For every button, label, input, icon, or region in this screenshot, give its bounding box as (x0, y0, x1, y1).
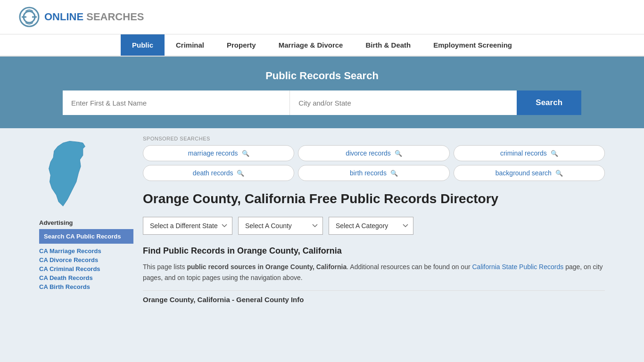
find-records-title: Find Public Records in Orange County, Ca… (143, 246, 605, 256)
search-icon-4: 🔍 (237, 170, 244, 177)
logo-online: ONLINE (44, 11, 83, 23)
search-icon-2: 🔍 (395, 150, 402, 157)
sponsored-divorce-records[interactable]: divorce records 🔍 (298, 145, 449, 161)
main-wrapper: Advertising Search CA Public Records CA … (30, 128, 614, 311)
category-dropdown[interactable]: Select A Category (329, 217, 413, 235)
sponsored-marriage-records[interactable]: marriage records 🔍 (143, 145, 294, 161)
sidebar-link-criminal[interactable]: CA Criminal Records (39, 265, 133, 272)
find-records-text: This page lists public record sources in… (143, 262, 605, 283)
sponsored-death-label: death records (193, 169, 233, 177)
logo-searches: SEARCHES (86, 11, 144, 23)
sponsored-birth-label: birth records (350, 169, 387, 177)
find-text-1: This page lists (143, 263, 187, 271)
logo-icon (19, 7, 40, 27)
search-button[interactable]: Search (517, 90, 581, 115)
sidebar-link-birth[interactable]: CA Birth Records (39, 283, 133, 290)
sponsored-grid: marriage records 🔍 divorce records 🔍 cri… (143, 145, 605, 181)
sidebar-links: CA Marriage Records CA Divorce Records C… (39, 247, 133, 290)
dropdowns-row: Select a Different State Select A County… (143, 217, 605, 235)
hero-section: Public Records Search Search (0, 57, 644, 128)
sidebar-link-death[interactable]: CA Death Records (39, 274, 133, 281)
sponsored-marriage-label: marriage records (188, 149, 238, 157)
logo-text: ONLINE SEARCHES (44, 11, 144, 23)
general-info-title: Orange County, California - General Coun… (143, 296, 605, 304)
find-text-2: . Additional resources can be found on o… (347, 263, 472, 271)
find-text-bold: public record sources in Orange County, … (187, 263, 347, 271)
location-input[interactable] (290, 90, 517, 115)
county-dropdown[interactable]: Select A County (238, 217, 323, 235)
page-title: Orange County, California Free Public Re… (143, 190, 605, 207)
nav-marriage-divorce[interactable]: Marriage & Divorce (267, 34, 355, 56)
sponsored-background-label: background search (495, 169, 552, 177)
sidebar-link-divorce[interactable]: CA Divorce Records (39, 256, 133, 263)
search-icon-6: 🔍 (555, 170, 563, 177)
general-info-section: Orange County, California - General Coun… (143, 290, 605, 304)
sidebar: Advertising Search CA Public Records CA … (39, 128, 133, 311)
sidebar-link-marriage[interactable]: CA Marriage Records (39, 247, 133, 255)
search-icon-5: 🔍 (390, 170, 398, 177)
california-records-link[interactable]: California State Public Records (472, 263, 563, 271)
nav-birth-death[interactable]: Birth & Death (354, 34, 422, 56)
state-map (39, 138, 133, 210)
hero-title: Public Records Search (19, 70, 625, 82)
main-content: SPONSORED SEARCHES marriage records 🔍 di… (133, 128, 605, 311)
logo: ONLINE SEARCHES (19, 7, 144, 27)
state-dropdown[interactable]: Select a Different State (143, 217, 232, 235)
main-nav: Public Criminal Property Marriage & Divo… (0, 34, 644, 57)
sponsored-label: SPONSORED SEARCHES (143, 136, 605, 141)
sponsored-birth-records[interactable]: birth records 🔍 (298, 165, 449, 181)
search-icon-3: 🔍 (551, 150, 558, 157)
sidebar-ad-label: Advertising (39, 219, 133, 226)
nav-employment-screening[interactable]: Employment Screening (422, 34, 523, 56)
sponsored-death-records[interactable]: death records 🔍 (143, 165, 294, 181)
search-icon-1: 🔍 (242, 150, 249, 157)
nav-criminal[interactable]: Criminal (165, 34, 215, 56)
sponsored-divorce-label: divorce records (346, 149, 391, 157)
sponsored-criminal-label: criminal records (500, 149, 547, 157)
nav-public[interactable]: Public (121, 34, 165, 56)
header: ONLINE SEARCHES (0, 0, 644, 34)
nav-property[interactable]: Property (215, 34, 267, 56)
sidebar-ad-box[interactable]: Search CA Public Records (39, 229, 133, 244)
sponsored-criminal-records[interactable]: criminal records 🔍 (454, 145, 605, 161)
name-input[interactable] (63, 90, 290, 115)
california-map-icon (39, 138, 96, 208)
sponsored-background-search[interactable]: background search 🔍 (454, 165, 605, 181)
search-bar: Search (63, 90, 581, 115)
